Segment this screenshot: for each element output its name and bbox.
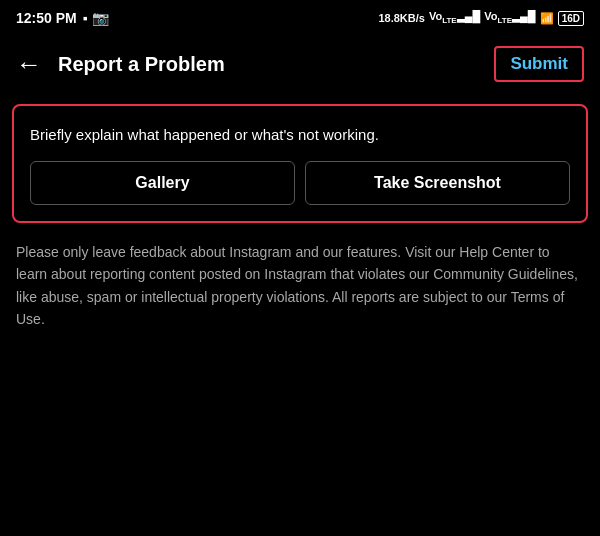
- status-right: 18.8KB/s VoLTE▂▄█ VoLTE▂▄█ 📶 16D: [378, 10, 584, 25]
- page-title: Report a Problem: [58, 53, 494, 76]
- camera-icon: ▪ 📷: [83, 10, 109, 26]
- time-display: 12:50 PM: [16, 10, 77, 26]
- take-screenshot-button[interactable]: Take Screenshot: [305, 161, 570, 205]
- network-speed: 18.8KB/s: [378, 12, 424, 24]
- action-buttons: Gallery Take Screenshot: [30, 161, 570, 205]
- info-text: Please only leave feedback about Instagr…: [12, 241, 588, 331]
- status-bar: 12:50 PM ▪ 📷 18.8KB/s VoLTE▂▄█ VoLTE▂▄█ …: [0, 0, 600, 36]
- gallery-button[interactable]: Gallery: [30, 161, 295, 205]
- explain-placeholder: Briefly explain what happened or what's …: [30, 124, 570, 145]
- lte-icon: VoLTE▂▄█: [484, 10, 535, 25]
- status-left: 12:50 PM ▪ 📷: [16, 10, 109, 26]
- wifi-icon: 📶: [540, 12, 554, 25]
- back-button[interactable]: ←: [16, 49, 42, 80]
- explain-box: Briefly explain what happened or what's …: [12, 104, 588, 223]
- submit-button[interactable]: Submit: [494, 46, 584, 82]
- signal-strength-icon: VoLTE▂▄█: [429, 10, 480, 25]
- nav-bar: ← Report a Problem Submit: [0, 36, 600, 92]
- battery-indicator: 16D: [558, 11, 584, 26]
- main-content: Briefly explain what happened or what's …: [0, 92, 600, 343]
